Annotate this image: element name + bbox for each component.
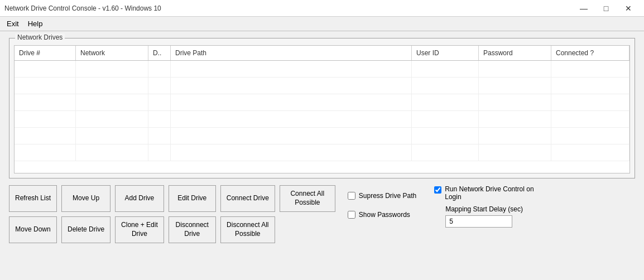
table-row[interactable] (15, 128, 629, 144)
move-down-button[interactable]: Move Down (9, 216, 57, 243)
table-row[interactable] (15, 94, 629, 111)
maximize-button[interactable]: □ (595, 0, 617, 17)
menu-bar: Exit Help (0, 17, 644, 31)
col-header-network: Network (76, 46, 148, 60)
disconnect-all-possible-button[interactable]: Disconnect AllPossible (220, 216, 275, 243)
disconnect-drive-button[interactable]: DisconnectDrive (169, 216, 216, 243)
table-row[interactable] (15, 61, 629, 78)
clone-edit-drive-button[interactable]: Clone + EditDrive (115, 216, 164, 243)
supress-drive-path-checkbox[interactable]: Supress Drive Path (348, 192, 416, 200)
drives-table: Drive # Network D.. Drive Path User ID P… (14, 45, 630, 173)
col-header-userid: User ID (412, 46, 479, 60)
move-up-button[interactable]: Move Up (61, 185, 110, 212)
button-section: Refresh List Move Down Move Up Delete Dr… (9, 185, 335, 243)
mapping-delay-section: Mapping Start Delay (sec) (434, 205, 523, 228)
menu-item-help[interactable]: Help (23, 18, 47, 30)
group-box-title: Network Drives (15, 33, 65, 41)
button-col-4: Edit Drive DisconnectDrive (169, 185, 216, 243)
checkbox-group: Supress Drive Path Show Passwords (348, 192, 416, 219)
window-title: Network Drive Control Console - v1.60 - … (4, 4, 161, 12)
delete-drive-button[interactable]: Delete Drive (61, 216, 110, 243)
menu-item-exit[interactable]: Exit (2, 18, 23, 30)
table-row[interactable] (15, 144, 629, 161)
connect-all-possible-button[interactable]: Connect AllPossible (280, 185, 335, 212)
table-row[interactable] (15, 78, 629, 94)
supress-drive-path-label: Supress Drive Path (359, 192, 416, 200)
run-network-checkbox[interactable] (434, 186, 441, 194)
window-controls: — □ ✕ (573, 0, 640, 17)
button-col-3: Add Drive Clone + EditDrive (115, 185, 164, 243)
run-network-option: Run Network Drive Control onLogin (434, 185, 534, 201)
main-content: Network Drives Drive # Network D.. Drive… (0, 31, 644, 280)
show-passwords-checkbox[interactable]: Show Passwords (348, 211, 416, 219)
network-drives-group: Network Drives Drive # Network D.. Drive… (9, 38, 635, 178)
table-row[interactable] (15, 111, 629, 128)
col-header-password: Password (479, 46, 551, 60)
mapping-delay-input[interactable] (445, 215, 512, 228)
col-header-path: Drive Path (171, 46, 412, 60)
close-button[interactable]: ✕ (617, 0, 640, 17)
col-header-d: D.. (148, 46, 171, 60)
button-col-5: Connect Drive Disconnect AllPossible (220, 185, 275, 243)
table-header: Drive # Network D.. Drive Path User ID P… (15, 46, 629, 61)
button-col-1: Refresh List Move Down (9, 185, 57, 243)
edit-drive-button[interactable]: Edit Drive (169, 185, 216, 212)
refresh-list-button[interactable]: Refresh List (9, 185, 57, 212)
mapping-delay-label: Mapping Start Delay (sec) (445, 205, 523, 213)
title-bar: Network Drive Control Console - v1.60 - … (0, 0, 644, 17)
right-options: Run Network Drive Control onLogin Mappin… (434, 185, 534, 228)
add-drive-button[interactable]: Add Drive (115, 185, 164, 212)
table-body[interactable] (15, 61, 629, 171)
button-col-6: Connect AllPossible (280, 185, 335, 243)
supress-drive-path-input[interactable] (348, 192, 355, 200)
col-header-drive: Drive # (15, 46, 76, 60)
connect-drive-button[interactable]: Connect Drive (220, 185, 275, 212)
run-network-label: Run Network Drive Control onLogin (445, 185, 534, 201)
minimize-button[interactable]: — (573, 0, 595, 17)
col-header-connected: Connected ? (551, 46, 629, 60)
show-passwords-input[interactable] (348, 211, 355, 219)
button-col-2: Move Up Delete Drive (61, 185, 110, 243)
show-passwords-label: Show Passwords (359, 211, 410, 219)
